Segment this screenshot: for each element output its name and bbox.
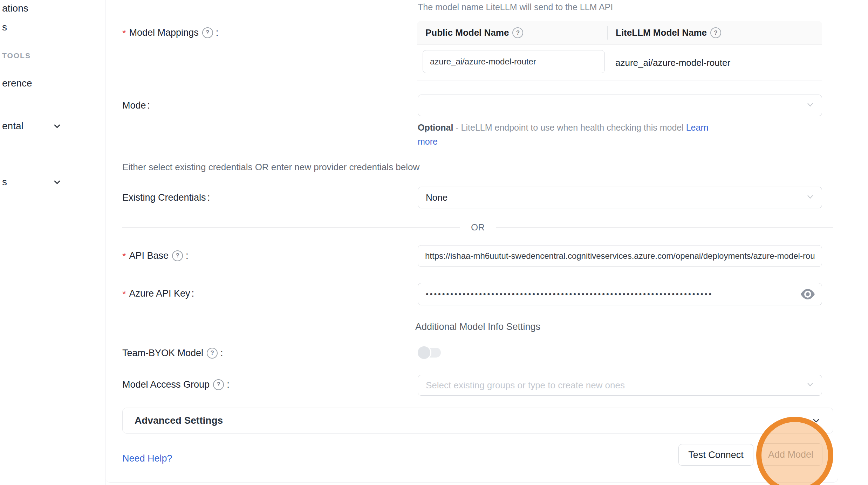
advanced-settings-title: Advanced Settings: [135, 415, 223, 426]
advanced-settings-panel[interactable]: Advanced Settings: [122, 408, 833, 434]
add-model-button[interactable]: Add Model: [759, 443, 822, 466]
additional-model-info-divider: Additional Model Info Settings: [122, 321, 833, 332]
need-help-link[interactable]: Need Help?: [122, 453, 172, 464]
divider-line: [496, 227, 833, 228]
api-base-label: * API Base ? :: [122, 249, 189, 263]
existing-credentials-label: Existing Credentials :: [122, 190, 210, 205]
existing-credentials-value: None: [418, 187, 822, 208]
help-icon[interactable]: ?: [172, 250, 183, 261]
or-divider: OR: [122, 222, 833, 233]
chevron-down-icon: [806, 101, 814, 110]
model-mappings-table-row: azure_ai/azure-model-router: [417, 45, 822, 81]
required-mark: *: [122, 251, 126, 262]
model-access-group-label: Model Access Group ? :: [122, 377, 230, 392]
existing-credentials-select[interactable]: None: [418, 187, 822, 208]
sidebar-item-reference[interactable]: erence: [2, 78, 32, 89]
api-base-input[interactable]: [418, 245, 822, 266]
test-connect-button[interactable]: Test Connect: [678, 444, 753, 466]
mode-helper-text: Optional - LiteLLM endpoint to use when …: [418, 120, 712, 148]
divider-line: [552, 327, 833, 327]
team-byok-toggle[interactable]: [418, 346, 441, 359]
public-model-name-input[interactable]: [423, 50, 604, 73]
help-icon[interactable]: ?: [213, 379, 224, 390]
sidebar-item-organizations[interactable]: ations: [2, 3, 28, 14]
litellm-model-name-value: azure_ai/azure-model-router: [615, 45, 730, 81]
required-mark: *: [122, 289, 126, 300]
model-access-group-select[interactable]: Select existing groups or type to create…: [418, 375, 822, 396]
litellm-model-name-header: LiteLLM Model Name ?: [607, 27, 822, 38]
api-base-field: [418, 245, 822, 267]
model-mappings-table-header: Public Model Name ? LiteLLM Model Name ?: [417, 21, 822, 45]
chevron-down-icon[interactable]: [53, 122, 62, 131]
required-mark: *: [122, 28, 126, 39]
sidebar-item-settings[interactable]: s: [2, 176, 7, 188]
mode-label: Mode :: [122, 98, 150, 112]
toggle-knob: [418, 346, 430, 359]
chevron-down-icon: [806, 193, 814, 202]
help-icon[interactable]: ?: [202, 27, 213, 38]
sidebar-section-tools: TOOLS: [2, 51, 31, 60]
chevron-down-icon: [811, 416, 821, 425]
eye-icon[interactable]: [800, 288, 815, 300]
help-icon[interactable]: ?: [207, 348, 218, 359]
sidebar-item-experimental[interactable]: ental: [2, 120, 23, 132]
divider-line: [122, 227, 460, 228]
mode-select-value: [418, 95, 822, 116]
credentials-note: Either select existing credentials OR en…: [122, 162, 419, 173]
mode-select[interactable]: [418, 95, 822, 116]
divider-line: [122, 327, 404, 327]
model-mappings-label: * Model Mappings ? :: [122, 26, 218, 40]
sidebar-item[interactable]: s: [2, 22, 7, 33]
azure-api-key-label: * Azure API Key :: [122, 286, 194, 300]
model-access-group-placeholder: Select existing groups or type to create…: [418, 375, 822, 395]
add-model-page: ations s TOOLS erence ental s The model …: [0, 0, 868, 485]
model-mappings-table: Public Model Name ? LiteLLM Model Name ?…: [417, 21, 822, 81]
public-model-name-field: [423, 50, 605, 73]
help-icon[interactable]: ?: [710, 27, 721, 38]
chevron-down-icon[interactable]: [53, 178, 62, 187]
chevron-down-icon: [806, 381, 814, 390]
help-icon[interactable]: ?: [512, 27, 523, 38]
public-model-name-header: Public Model Name ?: [417, 27, 607, 38]
azure-api-key-field[interactable]: ••••••••••••••••••••••••••••••••••••••••…: [418, 283, 822, 305]
team-byok-label: Team-BYOK Model ? :: [122, 346, 223, 360]
sidebar: ations s TOOLS erence ental s: [0, 0, 105, 485]
litellm-model-name-helper: The model name LiteLLM will send to the …: [418, 2, 613, 12]
azure-api-key-masked-value: ••••••••••••••••••••••••••••••••••••••••…: [418, 283, 790, 305]
